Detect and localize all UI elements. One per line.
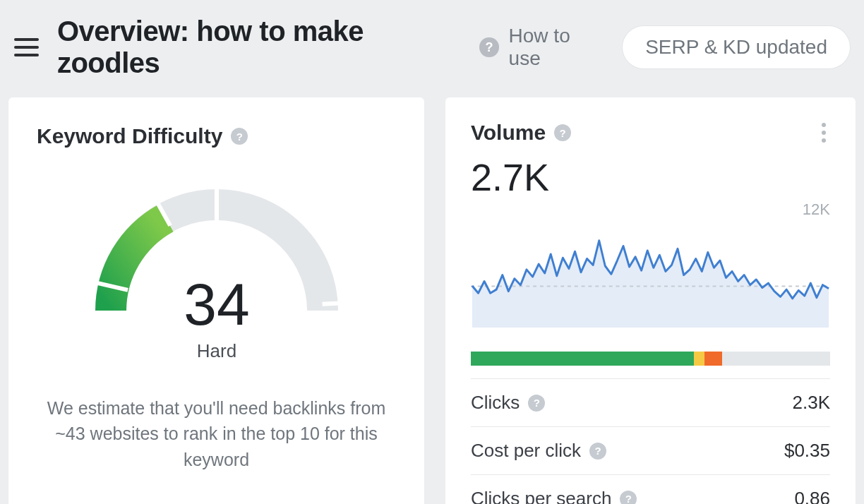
volume-metrics-list: Clicks?2.3KCost per click?$0.35Clicks pe… — [471, 378, 830, 504]
volume-metric-row: Clicks?2.3K — [471, 378, 830, 426]
hamburger-menu-icon[interactable] — [14, 35, 39, 60]
volume-sparkline: 12K — [471, 205, 830, 339]
help-icon[interactable]: ? — [231, 128, 248, 145]
metric-label: Clicks per search — [471, 488, 611, 504]
metric-label: Clicks — [471, 392, 520, 414]
page-title: Overview: how to make zoodles — [57, 16, 462, 79]
kd-estimate-text: We estimate that you'll need backlinks f… — [37, 395, 396, 472]
top-bar: Overview: how to make zoodles ? How to u… — [0, 0, 864, 97]
kd-card-header: Keyword Difficulty ? — [37, 124, 396, 148]
kd-gauge: 34 Hard — [37, 176, 396, 374]
volume-axis-max: 12K — [803, 200, 830, 219]
volume-value: 2.7K — [471, 155, 830, 199]
kebab-menu-icon[interactable] — [817, 119, 830, 147]
segment — [694, 352, 704, 366]
keyword-difficulty-card: Keyword Difficulty ? — [8, 97, 424, 504]
metric-value: 2.3K — [793, 392, 831, 414]
help-icon: ? — [479, 37, 498, 57]
volume-metric-row: Clicks per search?0.86 — [471, 474, 830, 504]
volume-card: Volume ? 2.7K 12K Clicks?2.3KCost per cl… — [445, 97, 856, 504]
segment — [722, 352, 830, 366]
kd-score-label: Hard — [196, 340, 236, 361]
metric-value: $0.35 — [784, 440, 830, 462]
help-icon[interactable]: ? — [528, 395, 545, 412]
help-icon[interactable]: ? — [554, 124, 571, 141]
kd-card-title: Keyword Difficulty — [37, 124, 222, 148]
metric-label: Cost per click — [471, 440, 581, 462]
volume-card-header: Volume ? — [471, 119, 830, 147]
volume-card-title: Volume — [471, 121, 546, 145]
cards-row: Keyword Difficulty ? — [0, 97, 864, 504]
help-icon[interactable]: ? — [620, 491, 637, 505]
serp-updated-pill[interactable]: SERP & KD updated — [623, 26, 850, 68]
help-icon[interactable]: ? — [589, 443, 606, 460]
segment — [471, 352, 694, 366]
how-to-use-cluster[interactable]: ? How to use — [479, 25, 604, 70]
volume-metric-row: Cost per click?$0.35 — [471, 426, 830, 474]
how-to-use-label: How to use — [509, 25, 605, 70]
volume-distribution-bar — [471, 352, 830, 366]
metric-value: 0.86 — [794, 488, 830, 504]
segment — [704, 352, 722, 366]
kd-score-value: 34 — [184, 271, 249, 337]
